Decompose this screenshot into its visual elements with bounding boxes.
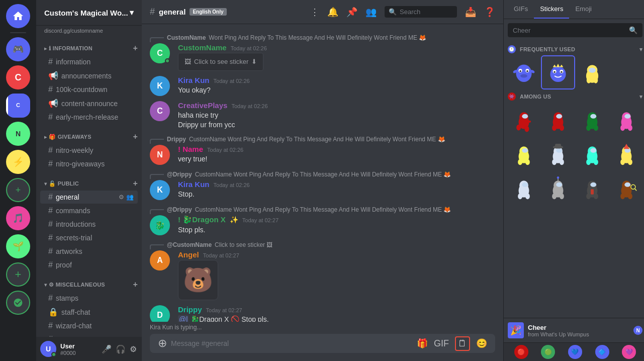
sticker-among-white[interactable] xyxy=(508,172,540,204)
category-information[interactable]: ▸ ℹ INFORMATION + xyxy=(36,36,142,55)
home-button[interactable] xyxy=(6,4,30,28)
category-misc[interactable]: ▾ ⚙ MISCELLANEOUS + xyxy=(36,272,142,291)
add-channel-button[interactable]: + xyxy=(133,44,138,53)
threads-button[interactable]: ⋮ xyxy=(310,7,319,18)
channel-early-merch-release[interactable]: # early-merch-release xyxy=(40,111,138,124)
message-author[interactable]: Drippy xyxy=(178,305,202,314)
sticker-click[interactable]: 🖼 Click to see sticker ⬇ xyxy=(178,53,263,71)
category-button-2[interactable]: 🟢 xyxy=(541,345,555,359)
channel-artworks[interactable]: # artworks xyxy=(40,245,138,258)
server-invite: discord.gg/customname xyxy=(36,26,142,36)
channel-commands[interactable]: # commands xyxy=(40,204,138,217)
add-channel-button[interactable]: + xyxy=(133,280,138,289)
sticker-among-green[interactable] xyxy=(576,104,608,136)
sticker-among-red-run[interactable] xyxy=(508,104,540,136)
sticker-search-input[interactable] xyxy=(513,27,625,34)
tab-emoji[interactable]: Emoji xyxy=(569,0,598,19)
search-icon: 🔍 xyxy=(389,8,397,16)
sticker-yellow-man[interactable] xyxy=(576,56,608,88)
category-button-4[interactable]: 🔷 xyxy=(595,345,609,359)
gif-button[interactable]: GIF xyxy=(434,338,449,349)
explore-button[interactable] xyxy=(6,291,30,315)
channel-general[interactable]: # general ⚙ 👥 xyxy=(40,191,138,204)
channel-content-announce[interactable]: 📢 content-announce xyxy=(40,97,138,110)
server-icon-3[interactable]: N xyxy=(6,122,30,146)
emoji-button[interactable]: 😊 xyxy=(476,338,487,349)
svg-point-24 xyxy=(527,120,531,122)
channel-secrets-trial[interactable]: # secrets-trial xyxy=(40,231,138,244)
settings-button[interactable]: ⚙ xyxy=(129,343,138,355)
channel-100k-countdown[interactable]: # 100k-countdown xyxy=(40,83,138,96)
online-status xyxy=(51,352,56,357)
sticker-among-pink[interactable] xyxy=(610,104,642,136)
tab-stickers[interactable]: Stickers xyxy=(534,0,569,19)
section-among-us: 👾 AMONG US ▾ xyxy=(508,88,642,104)
server-icon-5[interactable]: + xyxy=(6,178,30,202)
channel-sidebar: Custom's Magical Wo... ▾ discord.gg/cust… xyxy=(36,0,142,361)
pin-button[interactable]: 📌 xyxy=(346,7,357,18)
channel-wizard-chat[interactable]: # wizard-chat xyxy=(40,319,138,332)
category-button-3[interactable]: 💙 xyxy=(568,345,582,359)
sticker-among-spy[interactable] xyxy=(576,172,608,204)
server-icon-2[interactable]: C xyxy=(6,65,30,89)
channel-stamps[interactable]: # stamps xyxy=(40,292,138,305)
add-server-button[interactable]: + xyxy=(6,262,30,287)
mute-button[interactable]: 🎤 xyxy=(101,343,113,355)
tab-gifs[interactable]: GIFs xyxy=(508,0,534,19)
members-button[interactable]: 👥 xyxy=(365,7,377,18)
sticker-among-robot[interactable] xyxy=(542,172,574,204)
message-author[interactable]: ! 🐉Dragon X xyxy=(178,215,226,224)
notifications-button[interactable]: 🔔 xyxy=(327,7,338,18)
reply-text: Wont Ping And Reply To This Message And … xyxy=(209,34,426,41)
add-channel-button[interactable]: + xyxy=(133,132,138,141)
sticker-among-red[interactable] xyxy=(542,104,574,136)
sticker-among-detective[interactable] xyxy=(610,172,642,204)
channel-m-announce[interactable]: # m-announce xyxy=(40,333,138,337)
svg-point-86 xyxy=(631,185,635,189)
sticker-display[interactable]: 🐻 xyxy=(178,260,218,300)
message-header: CustomName Today at 02:26 xyxy=(178,43,495,52)
channel-information[interactable]: # information xyxy=(40,55,138,68)
gift-button[interactable]: 🎁 xyxy=(417,338,428,349)
svg-point-4 xyxy=(526,70,528,72)
sticker-among-white-hat[interactable] xyxy=(542,138,574,170)
channel-nitro-giveaways[interactable]: # nitro-giveaways xyxy=(40,157,138,170)
inbox-button[interactable]: 📥 xyxy=(465,7,476,18)
message-author[interactable]: Kira Kun xyxy=(178,180,210,189)
server-icon-custom[interactable]: C xyxy=(6,94,30,118)
member-badge: 👥 xyxy=(126,194,134,201)
message-author[interactable]: ! Name xyxy=(178,145,203,153)
sticker-search: 🔍 xyxy=(508,23,642,37)
message-author[interactable]: CustomName xyxy=(178,43,227,52)
recent-stickers-button[interactable]: 🔴 xyxy=(514,345,528,359)
sticker-button[interactable]: 🗒 xyxy=(455,336,470,351)
message-text: Stop. xyxy=(178,190,495,199)
message-author[interactable]: CreativePlays xyxy=(178,101,227,110)
add-attachment-button[interactable]: ⊕ xyxy=(158,337,167,350)
channel-introductions[interactable]: # introductions xyxy=(40,218,138,231)
sticker-among-yellow[interactable] xyxy=(508,138,540,170)
server-icon-7[interactable]: 🌱 xyxy=(6,234,30,258)
server-icon-1[interactable]: 🎮 xyxy=(6,37,30,61)
channel-nitro-weekly[interactable]: # nitro-weekly xyxy=(40,144,138,157)
message-author[interactable]: Angel xyxy=(178,250,199,259)
message-input[interactable] xyxy=(171,334,413,353)
sticker-blob-party[interactable] xyxy=(508,56,540,88)
add-channel-button[interactable]: + xyxy=(133,179,138,188)
help-button[interactable]: ❓ xyxy=(484,7,495,18)
sticker-discord-wave[interactable] xyxy=(542,56,574,88)
category-public[interactable]: ▾ 🔓 PUBLIC + xyxy=(36,171,142,190)
sticker-among-cyan[interactable] xyxy=(576,138,608,170)
search-bar[interactable]: 🔍 Search xyxy=(385,6,457,18)
server-header[interactable]: Custom's Magical Wo... ▾ xyxy=(36,0,142,26)
server-icon-4[interactable]: ⚡ xyxy=(6,150,30,174)
channel-announcements[interactable]: 📢 announcements xyxy=(40,69,138,82)
sticker-among-yellow2[interactable] xyxy=(610,138,642,170)
category-giveaways[interactable]: ▸ 🎁 GIVEAWAYS + xyxy=(36,124,142,143)
category-button-5[interactable]: 💜 xyxy=(622,345,636,359)
deafen-button[interactable]: 🎧 xyxy=(115,343,127,355)
channel-proof[interactable]: # proof xyxy=(40,258,138,272)
channel-staff-chat[interactable]: 🔒 staff-chat xyxy=(40,305,138,319)
server-icon-6[interactable]: 🎵 xyxy=(6,206,30,230)
message-author[interactable]: Kira Kun xyxy=(178,76,210,84)
